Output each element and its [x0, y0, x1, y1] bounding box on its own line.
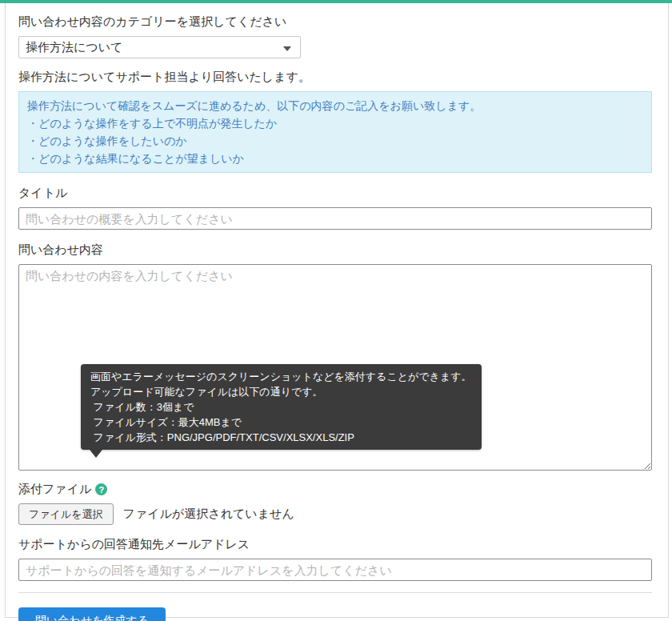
inquiry-form-card: 問い合わせ内容のカテゴリーを選択してください 操作方法について 操作方法について…	[5, 3, 669, 618]
tooltip-line: ファイル数：3個まで	[90, 399, 472, 415]
tooltip-line: ファイル形式：PNG/JPG/PDF/TXT/CSV/XLSX/XLS/ZIP	[90, 430, 472, 445]
tooltip-arrow	[90, 450, 102, 458]
attachment-help-tooltip: 画面やエラーメッセージのスクリーンショットなどを添付することができます。 アップ…	[81, 364, 482, 450]
attachment-label-row: 添付ファイル ?	[18, 482, 652, 497]
content-label: 問い合わせ内容	[18, 242, 652, 258]
info-line: ・どのような操作をしたいのか	[27, 132, 643, 150]
category-select[interactable]: 操作方法について	[18, 36, 301, 58]
file-status-text: ファイルが選択されていません	[123, 507, 294, 522]
question-mark-icon[interactable]: ?	[95, 483, 107, 495]
tooltip-line: アップロード可能なファイルは以下の通りです。	[90, 384, 472, 399]
attachment-label: 添付ファイル	[18, 482, 91, 497]
support-note: 操作方法についてサポート担当より回答いたします。	[18, 70, 652, 85]
info-line: ・どのような操作をする上で不明点が発生したか	[27, 114, 643, 132]
title-label: タイトル	[18, 186, 652, 201]
tooltip-line: 画面やエラーメッセージのスクリーンショットなどを添付することができます。	[90, 369, 472, 384]
category-selected-value: 操作方法について	[26, 40, 122, 54]
email-label: サポートからの回答通知先メールアドレス	[18, 537, 652, 552]
create-inquiry-button[interactable]: 問い合わせを作成する	[18, 607, 166, 621]
email-input[interactable]	[18, 559, 652, 581]
title-input[interactable]	[18, 207, 652, 230]
divider	[18, 592, 652, 593]
file-row: ファイルを選択 ファイルが選択されていません	[18, 503, 652, 525]
info-box: 操作方法について確認をスムーズに進めるため、以下の内容のご記入をお願い致します。…	[18, 91, 652, 173]
info-line: 操作方法について確認をスムーズに進めるため、以下の内容のご記入をお願い致します。	[27, 97, 643, 114]
info-line: ・どのような結果になることが望ましいか	[27, 150, 643, 167]
file-select-button[interactable]: ファイルを選択	[18, 503, 114, 525]
chevron-down-icon	[283, 46, 291, 51]
tooltip-line: ファイルサイズ：最大4MBまで	[90, 415, 472, 430]
category-label: 問い合わせ内容のカテゴリーを選択してください	[18, 14, 652, 30]
